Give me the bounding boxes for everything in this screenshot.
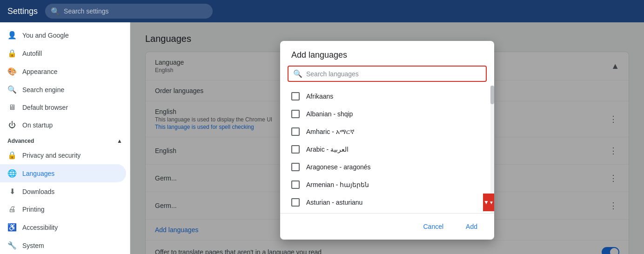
sidebar-item-on-startup[interactable]: ⏻ On startup xyxy=(0,116,126,134)
sidebar-label: System xyxy=(22,242,44,249)
settings-title: Settings xyxy=(7,7,38,16)
sidebar-item-you-and-google[interactable]: 👤 You and Google xyxy=(0,26,126,44)
amharic-checkbox[interactable] xyxy=(291,127,300,136)
chevron-down-icon: ▼ xyxy=(483,199,489,206)
topbar: Settings 🔍 xyxy=(0,0,644,22)
add-languages-dialog: Add languages 🔍 Afrikaans Alba xyxy=(280,41,494,240)
dialog-search-container: 🔍 xyxy=(288,66,487,82)
printing-icon: 🖨 xyxy=(7,205,17,214)
sidebar-item-languages[interactable]: 🌐 Languages xyxy=(0,164,126,182)
appearance-icon: 🎨 xyxy=(7,67,17,76)
sidebar-label: Default browser xyxy=(22,104,68,111)
sidebar-label: Search engine xyxy=(22,86,64,94)
afrikaans-checkbox[interactable] xyxy=(291,92,300,100)
list-item[interactable]: Afrikaans xyxy=(280,87,494,105)
language-list: Afrikaans Albanian - shqip Amharic - አማር… xyxy=(280,86,494,213)
sidebar-item-search-engine[interactable]: 🔍 Search engine xyxy=(0,80,126,99)
search-engine-icon: 🔍 xyxy=(7,85,17,94)
afrikaans-label: Afrikaans xyxy=(306,93,333,100)
arabic-label: Arabic - العربية xyxy=(306,146,349,153)
sidebar-label: Privacy and security xyxy=(22,152,80,159)
list-item[interactable]: Aragonese - aragonés xyxy=(280,158,494,176)
settings-search-input[interactable] xyxy=(64,7,207,15)
amharic-label: Amharic - አማርኛ xyxy=(306,128,355,136)
downloads-icon: ⬇ xyxy=(7,187,17,196)
sidebar-label: Accessibility xyxy=(22,224,58,231)
armenian-label: Armenian - հայերեն xyxy=(306,181,369,188)
list-item[interactable]: Armenian - հայերեն xyxy=(280,176,494,194)
list-item[interactable]: Amharic - አማርኛ xyxy=(280,123,494,140)
albanian-label: Albanian - shqip xyxy=(306,110,353,118)
languages-icon: 🌐 xyxy=(7,169,17,178)
sidebar-label: You and Google xyxy=(22,32,69,39)
dialog-title: Add languages xyxy=(280,41,494,66)
privacy-icon: 🔒 xyxy=(7,151,17,160)
sidebar-label: On startup xyxy=(22,121,53,129)
startup-icon: ⏻ xyxy=(7,121,17,129)
asturian-label: Asturian - asturianu xyxy=(306,199,362,206)
advanced-section: Advanced ▲ xyxy=(0,134,130,146)
aragonese-label: Aragonese - aragonés xyxy=(306,163,371,171)
cancel-button[interactable]: Cancel xyxy=(414,219,453,234)
search-icon: 🔍 xyxy=(51,7,60,16)
list-item[interactable]: Asturian - asturianu ▼ xyxy=(280,194,494,211)
person-icon: 👤 xyxy=(7,31,17,40)
sidebar-item-downloads[interactable]: ⬇ Downloads xyxy=(0,182,126,201)
modal-overlay: Add languages 🔍 Afrikaans Alba xyxy=(130,22,644,254)
chevron-up-icon[interactable]: ▲ xyxy=(117,138,122,144)
autofill-icon: 🔒 xyxy=(7,49,17,58)
settings-search-bar[interactable]: 🔍 xyxy=(45,4,213,19)
albanian-checkbox[interactable] xyxy=(291,110,300,118)
add-button[interactable]: Add xyxy=(456,219,487,234)
system-icon: 🔧 xyxy=(7,241,17,250)
sidebar-item-system[interactable]: 🔧 System xyxy=(0,236,126,254)
list-item[interactable]: Arabic - العربية xyxy=(280,140,494,158)
armenian-checkbox[interactable] xyxy=(291,180,300,189)
sidebar-label: Printing xyxy=(22,206,44,213)
sidebar-item-accessibility[interactable]: ♿ Accessibility xyxy=(0,218,126,236)
advanced-label: Advanced xyxy=(7,138,34,144)
scrollbar-thumb[interactable] xyxy=(490,86,494,104)
sidebar-item-appearance[interactable]: 🎨 Appearance xyxy=(0,62,126,80)
search-icon: 🔍 xyxy=(293,69,302,78)
language-search-input[interactable] xyxy=(306,70,481,78)
sidebar-label: Languages xyxy=(22,170,54,177)
asturian-checkbox[interactable] xyxy=(291,198,300,207)
list-item[interactable]: Albanian - shqip xyxy=(280,105,494,123)
browser-icon: 🖥 xyxy=(7,103,17,112)
scroll-down-button[interactable]: ▼ xyxy=(483,194,494,211)
content-area: Languages Language English ▲ Order langu… xyxy=(130,22,644,254)
sidebar-item-autofill[interactable]: 🔒 Autofill xyxy=(0,44,126,62)
sidebar: 👤 You and Google 🔒 Autofill 🎨 Appearance… xyxy=(0,22,130,254)
main-layout: 👤 You and Google 🔒 Autofill 🎨 Appearance… xyxy=(0,22,644,254)
sidebar-item-default-browser[interactable]: 🖥 Default browser xyxy=(0,99,126,116)
accessibility-icon: ♿ xyxy=(7,223,17,232)
aragonese-checkbox[interactable] xyxy=(291,163,300,171)
arabic-checkbox[interactable] xyxy=(291,145,300,154)
sidebar-item-printing[interactable]: 🖨 Printing xyxy=(0,201,126,218)
dialog-actions: Cancel Add xyxy=(280,213,494,240)
sidebar-label: Appearance xyxy=(22,68,58,75)
sidebar-label: Autofill xyxy=(22,50,42,57)
sidebar-item-privacy-security[interactable]: 🔒 Privacy and security xyxy=(0,146,126,164)
sidebar-label: Downloads xyxy=(22,188,54,195)
